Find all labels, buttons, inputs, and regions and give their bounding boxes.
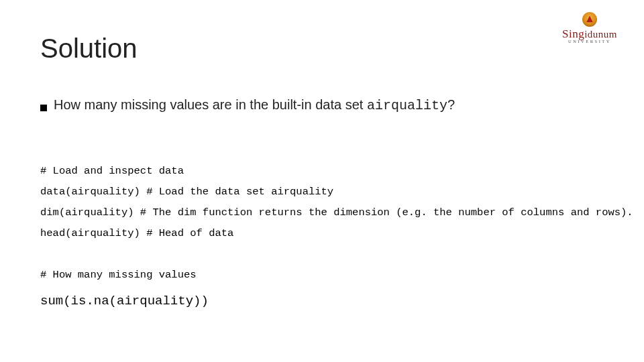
logo-crest-icon (582, 12, 597, 27)
code-line-4: head(airquality) # Head of data (40, 227, 233, 239)
code-line-6: sum(is.na(airquality)) (40, 294, 604, 308)
code-block: # Load and inspect data data(airquality)… (40, 140, 604, 286)
code-line-5: # How many missing values (40, 269, 197, 281)
logo-name-part3: dunum (588, 29, 617, 40)
code-line-3: dim(airquality) # The dim function retur… (40, 206, 633, 219)
question-bullet: How many missing values are in the built… (40, 97, 604, 113)
bullet-icon (40, 105, 47, 111)
question-suffix: ? (447, 97, 455, 112)
logo-subtitle: UNIVERSITY (562, 39, 617, 44)
code-line-1: # Load and inspect data (40, 165, 184, 177)
question-text: How many missing values are in the built… (54, 97, 455, 113)
page-title: Solution (40, 34, 604, 64)
university-logo: Singidunum UNIVERSITY (562, 12, 617, 44)
logo-name: Singidunum (562, 28, 617, 40)
code-line-2: data(airquality) # Load the data set air… (40, 186, 333, 198)
question-prefix: How many missing values are in the built… (54, 97, 367, 112)
slide: Singidunum UNIVERSITY Solution How many … (0, 0, 644, 362)
question-code-word: airquality (367, 98, 447, 113)
